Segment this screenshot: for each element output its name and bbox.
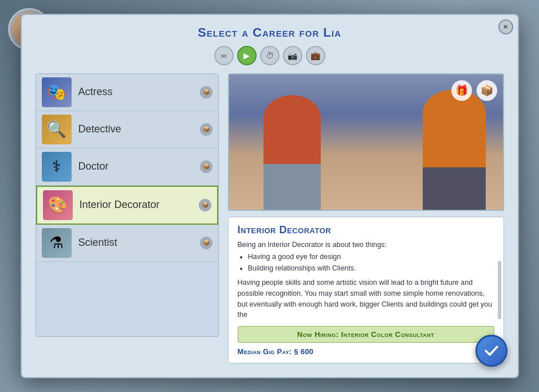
career-list: 🎭 Actress 📦 🔍 Detective 📦 ⚕ Doctor 📦 🎨 I… — [36, 73, 219, 337]
median-label: Median Gig Pay: — [238, 347, 292, 356]
scene-badge-1: 🎁 — [451, 80, 472, 101]
pack-icon-scientist: 📦 — [200, 237, 213, 249]
description-body: Having people skills and some artistic v… — [238, 279, 493, 319]
median-pay: Median Gig Pay: § 600 — [238, 347, 494, 356]
career-name-detective: Detective — [78, 123, 200, 135]
filter-clock[interactable]: ⏱ — [260, 46, 280, 65]
career-name-scientist: Scientist — [78, 237, 200, 249]
pack-icon-detective: 📦 — [200, 123, 213, 136]
scene-figure-left — [263, 95, 321, 210]
median-value: § 600 — [294, 347, 313, 356]
hiring-banner: Now Hiring: Interior Color Consultant — [238, 326, 494, 343]
career-name-doctor: Doctor — [78, 160, 200, 173]
filter-all[interactable]: ∞ — [214, 46, 234, 65]
filter-camera[interactable]: 📷 — [283, 46, 302, 65]
career-item-actress[interactable]: 🎭 Actress 📦 — [36, 74, 218, 111]
career-icon-doctor: ⚕ — [42, 152, 72, 182]
modal-title: Select a Career for Lia — [36, 25, 504, 40]
career-name-interior: Interior Decorator — [80, 199, 199, 211]
description-bullets: Having a good eye for design Building re… — [248, 252, 494, 275]
career-icon-scientist: ⚗ — [42, 228, 72, 258]
career-select-modal: × Select a Career for Lia ∞ ▶ ⏱ 📷 💼 🎭 Ac… — [21, 14, 519, 378]
career-image: 🎁 📦 — [228, 73, 504, 211]
detail-title: Interior Decorator — [238, 224, 494, 236]
career-name-actress: Actress — [78, 86, 200, 98]
close-button[interactable]: × — [498, 19, 513, 34]
scene-overlay-icons: 🎁 📦 — [451, 80, 497, 101]
detail-description: Being an Interior Decorator is about two… — [238, 240, 494, 320]
confirm-button[interactable] — [475, 335, 507, 367]
checkmark-icon — [483, 343, 499, 359]
bullet-2: Building relationships with Clients. — [248, 263, 494, 274]
career-detail: 🎁 📦 Interior Decorator Being an Interior… — [228, 73, 504, 363]
pack-icon-interior: 📦 — [199, 199, 211, 211]
career-item-interior-decorator[interactable]: 🎨 Interior Decorator 📦 — [36, 186, 218, 225]
career-item-scientist[interactable]: ⚗ Scientist 📦 — [36, 225, 218, 262]
career-item-doctor[interactable]: ⚕ Doctor 📦 — [36, 148, 218, 186]
scene-figure-right — [423, 89, 486, 210]
career-detail-body: Interior Decorator Being an Interior Dec… — [228, 217, 504, 363]
career-icon-detective: 🔍 — [42, 115, 72, 144]
filter-active[interactable]: ▶ — [237, 46, 257, 65]
career-item-detective[interactable]: 🔍 Detective 📦 — [36, 111, 218, 148]
career-filters: ∞ ▶ ⏱ 📷 💼 — [36, 46, 504, 65]
scene-badge-2: 📦 — [477, 80, 497, 101]
content-area: 🎭 Actress 📦 🔍 Detective 📦 ⚕ Doctor 📦 🎨 I… — [36, 73, 504, 363]
career-icon-interior: 🎨 — [43, 190, 73, 220]
career-icon-actress: 🎭 — [42, 77, 72, 107]
pack-icon-doctor: 📦 — [200, 160, 213, 173]
bullet-1: Having a good eye for design — [248, 252, 494, 262]
filter-briefcase[interactable]: 💼 — [306, 46, 325, 65]
pack-icon-actress: 📦 — [200, 86, 213, 99]
description-intro: Being an Interior Decorator is about two… — [238, 241, 387, 249]
